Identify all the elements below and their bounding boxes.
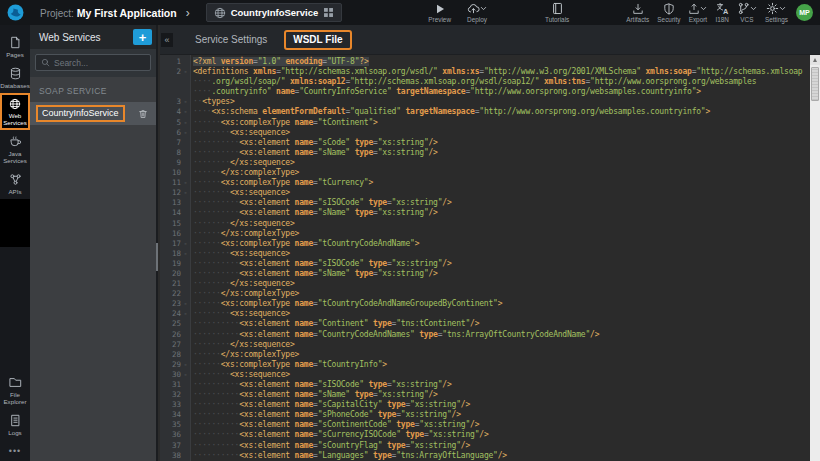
- editor-tabs-row: « Service SettingsWSDL File: [160, 25, 820, 55]
- vcs-button[interactable]: VCS: [737, 2, 757, 23]
- gutter-line: 32: [160, 390, 190, 400]
- editor-scrollbar[interactable]: [810, 55, 820, 461]
- sidebar-item-label: Logs: [8, 429, 21, 436]
- fold-marker[interactable]: -: [181, 239, 190, 249]
- log-icon: [9, 414, 22, 427]
- sidebar-item-databases[interactable]: Databases: [0, 62, 30, 93]
- tab-wsdl-file[interactable]: WSDL File: [284, 30, 351, 50]
- chevron-down-icon: [700, 5, 707, 12]
- fold-marker[interactable]: -: [181, 118, 190, 128]
- gutter-line: 35: [160, 420, 190, 430]
- sidebar-item-label: File Explorer: [0, 391, 30, 405]
- shield-icon: [663, 3, 675, 15]
- fold-marker[interactable]: -: [181, 188, 190, 198]
- sidebar-item-pages[interactable]: Pages: [0, 31, 30, 62]
- scrollbar-thumb[interactable]: [811, 67, 819, 101]
- tutorials-button[interactable]: Tutorials: [545, 2, 569, 23]
- gutter-line: 9: [160, 158, 190, 168]
- trash-icon[interactable]: [138, 109, 148, 119]
- fold-marker[interactable]: -: [181, 67, 190, 77]
- fold-spacer: [181, 219, 190, 229]
- search-input[interactable]: [54, 58, 145, 68]
- grid-icon[interactable]: [323, 7, 334, 18]
- export-button[interactable]: Export: [688, 2, 707, 23]
- sidebar-bottom-group: File ExplorerLogs: [0, 371, 30, 440]
- security-button[interactable]: Security: [657, 2, 680, 23]
- code-line: ··········<xs:element name="sName" type=…: [193, 148, 810, 158]
- fold-spacer: [181, 57, 190, 67]
- fold-spacer: [181, 289, 190, 299]
- line-number: [160, 77, 181, 87]
- artifacts-button[interactable]: Artifacts: [626, 2, 649, 23]
- project-label: Project:: [40, 8, 74, 19]
- sidebar-item-apis[interactable]: APIs: [0, 168, 30, 199]
- fold-spacer: [181, 451, 190, 461]
- fold-marker[interactable]: -: [181, 178, 190, 188]
- sidebar-item-java-services[interactable]: Java Services: [0, 130, 30, 168]
- sidebar-spacer: [0, 199, 30, 371]
- search-box[interactable]: [35, 54, 151, 71]
- fold-marker[interactable]: -: [181, 128, 190, 138]
- soap-service-section-label: SOAP SERVICE: [30, 77, 156, 102]
- fold-marker[interactable]: -: [181, 249, 190, 259]
- security-label: Security: [657, 16, 680, 23]
- service-window-tab[interactable]: CountryInfoService: [206, 3, 343, 22]
- sidebar-item-label: Web Services: [2, 112, 28, 126]
- tab-service-settings[interactable]: Service Settings: [195, 34, 267, 45]
- fold-spacer: [181, 198, 190, 208]
- fold-marker[interactable]: -: [181, 107, 190, 117]
- deploy-button[interactable]: Deploy: [467, 2, 487, 23]
- line-number: 3: [160, 97, 181, 107]
- gutter-line: 1: [160, 57, 190, 67]
- code-line: ··········<xs:element name="sISOCode" ty…: [193, 380, 810, 390]
- line-number: 20: [160, 269, 181, 279]
- code-line: ········<xs:sequence>: [193, 249, 810, 259]
- code-area[interactable]: <?xml version="1.0" encoding="UTF-8"?><d…: [191, 55, 810, 461]
- code-line: ····.org/wsdl/soap/" xmlns:soap12="http:…: [193, 77, 810, 87]
- code-line: ··········<xs:element name="sCountryFlag…: [193, 441, 810, 451]
- wavemaker-logo[interactable]: [0, 0, 30, 25]
- panel-body: [30, 125, 156, 461]
- gutter-line: [160, 87, 190, 97]
- code-line: ······<xs:complexType name="tContinent">: [193, 118, 810, 128]
- fold-spacer: [181, 340, 190, 350]
- topbar-actions-center: Tutorials: [545, 2, 569, 23]
- line-number: [160, 87, 181, 97]
- gutter-line: 5-: [160, 118, 190, 128]
- wsdl-code-editor[interactable]: 12-3-4-5-6-7891011-12-1314151617-18-1920…: [160, 55, 820, 461]
- gutter-line: 21: [160, 279, 190, 289]
- sidebar-item-file-explorer[interactable]: File Explorer: [0, 371, 30, 409]
- i18n-button[interactable]: AI18N: [715, 2, 729, 23]
- chevron-right-icon: ›: [186, 8, 190, 18]
- scroll-up-arrow[interactable]: [810, 55, 820, 65]
- sidebar-more-button[interactable]: •••: [0, 440, 30, 461]
- project-name[interactable]: My First Application: [77, 7, 177, 19]
- preview-button[interactable]: Preview: [428, 2, 451, 23]
- fold-marker[interactable]: -: [181, 97, 190, 107]
- add-service-button[interactable]: +: [133, 29, 152, 45]
- line-number: 23: [160, 299, 181, 309]
- fold-marker[interactable]: -: [181, 360, 190, 370]
- fold-marker[interactable]: -: [181, 370, 190, 380]
- fold-marker[interactable]: -: [181, 309, 190, 319]
- main-area: « Service SettingsWSDL File 12-3-4-5-6-7…: [160, 25, 820, 461]
- sidebar-item-label: Java Services: [0, 150, 30, 164]
- sidebar-item-web-services[interactable]: Web Services: [0, 93, 30, 130]
- gutter-line: [160, 77, 190, 87]
- settings-button[interactable]: Settings: [765, 2, 788, 23]
- chevron-down-icon: [779, 5, 786, 12]
- gutter-line: 15: [160, 219, 190, 229]
- sidebar-item-logs[interactable]: Logs: [0, 409, 30, 440]
- code-line: ····<xs:schema elementFormDefault="quali…: [193, 107, 810, 117]
- gutter-line: 29-: [160, 360, 190, 370]
- code-line: ··<types>: [193, 97, 810, 107]
- code-line: ··········<xs:element name="sISOCode" ty…: [193, 259, 810, 269]
- service-list-item[interactable]: CountryInfoService: [30, 102, 156, 125]
- gutter-line: 30-: [160, 370, 190, 380]
- fold-marker[interactable]: -: [181, 299, 190, 309]
- line-number: 22: [160, 289, 181, 299]
- avatar[interactable]: MP: [796, 4, 813, 21]
- search-row: [30, 49, 156, 77]
- panel-resize-handle[interactable]: [156, 243, 158, 271]
- collapse-panel-button[interactable]: «: [161, 33, 173, 47]
